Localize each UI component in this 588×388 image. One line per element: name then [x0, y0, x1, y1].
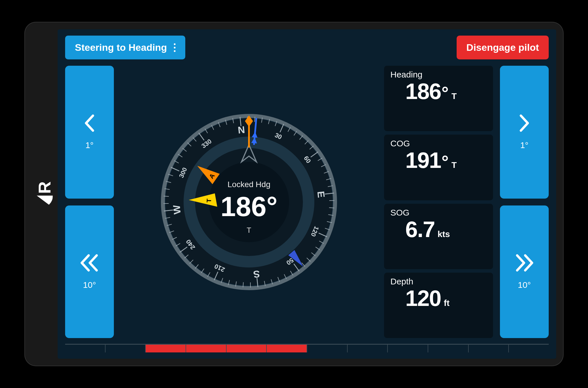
- bezel: R: [32, 29, 58, 359]
- device-frame: R Steering to Heading Disengage pilot 1°: [24, 22, 564, 366]
- rudder-segment: [428, 345, 469, 352]
- nudge-left-column: 1° 10°: [65, 66, 114, 338]
- svg-text:S: S: [253, 268, 260, 280]
- topbar: Steering to Heading Disengage pilot: [65, 36, 549, 59]
- locked-heading-value: 186°: [221, 191, 278, 222]
- svg-text:E: E: [316, 191, 327, 198]
- main-grid: 1° 10° NESW3060120150210240300330AT Lock…: [65, 66, 549, 338]
- more-options-icon: [174, 43, 176, 52]
- brand-letter: R: [35, 181, 55, 193]
- steering-mode-label: Steering to Heading: [75, 42, 167, 53]
- sog-tile[interactable]: SOG 6.7 kts: [384, 204, 493, 269]
- rudder-segment: [146, 345, 186, 352]
- locked-heading-label: Locked Hdg: [227, 180, 270, 189]
- double-chevron-left-icon: [79, 254, 100, 272]
- cog-label: COG: [390, 139, 487, 148]
- heading-tile[interactable]: Heading 186 ° T: [384, 66, 493, 131]
- nudge-right-large-button[interactable]: 10°: [500, 205, 549, 338]
- chevron-right-icon: [518, 114, 531, 132]
- rudder-segment: [106, 345, 146, 352]
- svg-text:W: W: [171, 204, 183, 215]
- nudge-large-label: 10°: [518, 280, 531, 290]
- locked-heading-unit: T: [247, 226, 251, 235]
- rudder-indicator: [65, 344, 549, 352]
- depth-label: Depth: [390, 277, 487, 286]
- nudge-left-large-button[interactable]: 10°: [65, 205, 114, 338]
- rudder-segment: [227, 345, 267, 352]
- sog-label: SOG: [390, 208, 487, 218]
- svg-text:T: T: [205, 198, 213, 203]
- heading-unit: T: [451, 91, 457, 101]
- sog-unit: kts: [437, 229, 450, 239]
- heading-label: Heading: [390, 70, 487, 79]
- rudder-segment: [509, 345, 549, 352]
- disengage-label: Disengage pilot: [466, 42, 539, 53]
- brand-sail-icon: [37, 195, 53, 207]
- heading-value: 186: [405, 78, 441, 104]
- rudder-segment: [348, 345, 388, 352]
- cog-value: 191: [405, 147, 441, 173]
- cog-unit: T: [451, 160, 457, 170]
- rudder-segment: [65, 345, 106, 352]
- nudge-right-small-button[interactable]: 1°: [500, 66, 549, 199]
- rudder-segment: [307, 345, 348, 352]
- sog-value: 6.7: [405, 216, 435, 243]
- steering-mode-button[interactable]: Steering to Heading: [65, 36, 185, 59]
- compass-area: NESW3060120150210240300330AT Locked Hdg …: [121, 66, 377, 338]
- screen: Steering to Heading Disengage pilot 1°: [58, 29, 556, 359]
- rudder-segment: [267, 345, 307, 352]
- compass-gauge[interactable]: NESW3060120150210240300330AT Locked Hdg …: [157, 110, 341, 294]
- nudge-small-label: 1°: [85, 140, 94, 150]
- disengage-pilot-button[interactable]: Disengage pilot: [457, 36, 549, 59]
- brand-logo: R: [35, 181, 55, 207]
- heading-degree: °: [441, 83, 449, 103]
- rudder-segment: [469, 345, 509, 352]
- double-chevron-right-icon: [514, 254, 534, 272]
- svg-text:N: N: [237, 124, 245, 135]
- cog-tile[interactable]: COG 191 ° T: [384, 135, 493, 200]
- depth-unit: ft: [444, 298, 449, 308]
- data-tiles: Heading 186 ° T COG 191 ° T: [384, 66, 493, 338]
- nudge-large-label: 10°: [83, 280, 96, 290]
- cog-degree: °: [441, 152, 449, 172]
- rudder-segment: [186, 345, 227, 352]
- depth-tile[interactable]: Depth 120 ft: [384, 273, 493, 338]
- nudge-left-small-button[interactable]: 1°: [65, 66, 114, 199]
- nudge-small-label: 1°: [520, 140, 529, 150]
- rudder-segment: [388, 345, 428, 352]
- nudge-right-column: 1° 10°: [500, 66, 549, 338]
- depth-value: 120: [405, 285, 441, 311]
- chevron-left-icon: [83, 114, 96, 132]
